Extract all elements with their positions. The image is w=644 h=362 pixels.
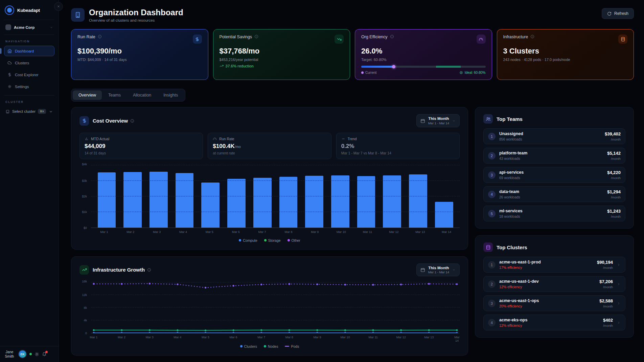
team-row-item[interactable]: 4data-team26 workloads$1,294/month (483, 186, 625, 202)
data-point[interactable] (149, 283, 151, 284)
data-point[interactable] (121, 329, 122, 331)
data-point[interactable] (232, 332, 234, 333)
team-row-item[interactable]: 2platform-team43 workloads$5,142/month (483, 148, 625, 164)
data-point[interactable] (260, 332, 262, 333)
data-point[interactable] (260, 329, 262, 331)
sidebar-item-dashboard[interactable]: Dashboard (4, 46, 54, 56)
cost-bar[interactable] (305, 176, 323, 227)
theme-toggle-sun-icon[interactable] (34, 352, 39, 357)
info-icon[interactable] (530, 35, 534, 39)
cluster-selector[interactable]: Select cluster ⌘K (4, 106, 54, 116)
sidebar-item-settings[interactable]: Settings (4, 81, 54, 92)
y-axis-tick: 12k (82, 293, 87, 297)
row-unit: /month (605, 137, 621, 141)
data-point[interactable] (400, 283, 402, 285)
period-dropdown[interactable]: This MonthMar 1 - Mar 14 (416, 114, 460, 127)
data-point[interactable] (93, 332, 95, 333)
data-point[interactable] (289, 332, 290, 333)
sidebar-item-cost-explorer[interactable]: Cost Explorer (4, 69, 54, 80)
org-switcher[interactable]: Acme Corp (4, 20, 54, 35)
data-point[interactable] (344, 329, 346, 331)
cost-bar[interactable] (331, 175, 349, 227)
cost-bar[interactable] (435, 202, 453, 228)
data-point[interactable] (316, 283, 318, 285)
data-point[interactable] (177, 332, 178, 333)
data-point[interactable] (344, 332, 346, 333)
data-point[interactable] (400, 329, 402, 331)
info-icon[interactable] (390, 35, 394, 39)
team-row-item[interactable]: 1Unassigned856 workloads$39,402/month (483, 128, 625, 144)
data-point[interactable] (372, 284, 374, 285)
row-name: acme-us-east-1-prod (499, 260, 593, 264)
savings-value: $37,768/mo (220, 47, 344, 56)
cost-bar[interactable] (227, 179, 246, 228)
legend-item: Pods (285, 344, 299, 348)
notifications-bell-icon[interactable] (42, 352, 47, 357)
legend-dot-icon (239, 239, 241, 241)
data-point[interactable] (456, 283, 458, 285)
data-point[interactable] (260, 283, 262, 285)
period-dropdown[interactable]: This MonthMar 1 - Mar 14 (416, 263, 460, 276)
data-point[interactable] (316, 329, 318, 331)
row-value: $5,142 (607, 151, 621, 156)
cost-bar[interactable] (357, 176, 375, 228)
data-point[interactable] (93, 329, 95, 331)
cluster-row-item[interactable]: 2acme-us-east-1-dev12% efficiency$7,206/… (483, 276, 625, 292)
data-point[interactable] (232, 329, 234, 331)
shortcut-badge: ⌘K (38, 109, 46, 114)
team-row-item[interactable]: 3api-services69 workloads$4,220/month (483, 167, 625, 183)
tab-teams[interactable]: Teams (102, 90, 127, 100)
data-point[interactable] (289, 283, 290, 285)
data-point[interactable] (456, 329, 458, 331)
cost-bar[interactable] (409, 174, 427, 228)
cluster-row-item[interactable]: 4acme-eks-ops12% efficiency$402/month (483, 315, 625, 331)
sidebar-item-clusters[interactable]: Clusters (4, 58, 54, 68)
data-point[interactable] (232, 285, 234, 286)
data-point[interactable] (121, 332, 122, 333)
data-point[interactable] (205, 329, 206, 331)
data-point[interactable] (93, 283, 95, 284)
tab-insights[interactable]: Insights (158, 90, 184, 100)
data-point[interactable] (289, 329, 290, 331)
data-point[interactable] (372, 332, 374, 333)
tab-allocation[interactable]: Allocation (127, 90, 157, 100)
data-point[interactable] (121, 283, 122, 285)
cost-bar[interactable] (201, 183, 220, 228)
x-axis-label: Mar 14 (433, 230, 460, 234)
card-label: Potential Savings (220, 35, 252, 39)
data-point[interactable] (316, 332, 318, 333)
data-point[interactable] (177, 329, 178, 331)
data-point[interactable] (149, 329, 151, 331)
info-icon[interactable] (130, 119, 134, 123)
team-row-item[interactable]: 5ml-services18 workloads$1,243/month (483, 206, 625, 221)
info-icon[interactable] (254, 35, 258, 39)
savings-sub: $453,216/year potential (220, 58, 344, 62)
gridline (91, 212, 460, 212)
sidebar-collapse-button[interactable] (54, 2, 63, 11)
info-icon[interactable] (147, 268, 151, 272)
data-point[interactable] (428, 283, 430, 284)
data-point[interactable] (428, 329, 430, 331)
data-point[interactable] (205, 287, 206, 289)
data-point[interactable] (400, 332, 402, 333)
refresh-button[interactable]: Refresh (602, 8, 634, 19)
data-point[interactable] (372, 329, 374, 331)
infra-line-chart: 04k8k12k16k (79, 282, 460, 333)
card-label: Run Rate (77, 35, 95, 39)
cluster-row-item[interactable]: 3acme-us-east-1-ops20% efficiency$2,588/… (483, 295, 625, 311)
cost-bar[interactable] (279, 177, 298, 228)
avatar[interactable]: EK (18, 350, 27, 358)
cost-bar[interactable] (253, 178, 272, 228)
data-point[interactable] (149, 332, 151, 333)
data-point[interactable] (456, 332, 458, 333)
row-unit: /month (597, 266, 613, 270)
data-point[interactable] (205, 332, 206, 333)
cost-bar[interactable] (176, 173, 194, 228)
cost-bar[interactable] (383, 175, 401, 228)
data-point[interactable] (344, 284, 346, 285)
cluster-row-item[interactable]: 1acme-us-east-1-prod17% efficiency$90,19… (483, 257, 625, 273)
data-point[interactable] (177, 283, 178, 285)
info-icon[interactable] (98, 35, 102, 39)
data-point[interactable] (428, 332, 430, 333)
tab-overview[interactable]: Overview (73, 90, 102, 100)
